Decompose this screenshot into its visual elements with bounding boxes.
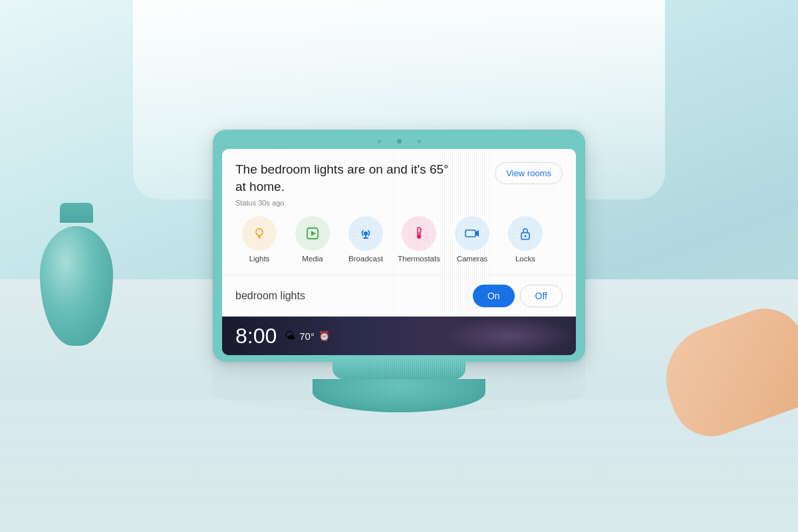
vase [40, 206, 113, 346]
weather-info: 🌤 70° ⏰ [285, 330, 330, 342]
alarm-icon: ⏰ [319, 331, 330, 341]
weather-temp: 70° [299, 331, 315, 342]
device-stand [313, 379, 485, 412]
weather-icon: 🌤 [285, 330, 295, 342]
vase-body [40, 226, 113, 346]
vase-neck [60, 203, 93, 223]
stand-texture [213, 130, 585, 412]
nest-hub-device: The bedroom lights are on and it's 65° a… [213, 130, 585, 412]
clock-time: 8:00 [235, 324, 277, 348]
